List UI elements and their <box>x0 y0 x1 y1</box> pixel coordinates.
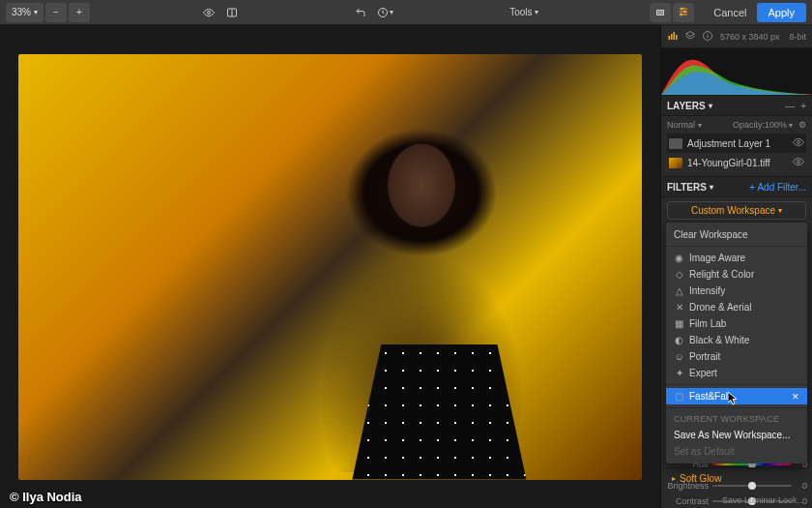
menu-item-relight-color[interactable]: ◇Relight & Color <box>666 266 807 283</box>
visibility-eye-icon[interactable] <box>793 156 804 169</box>
svg-point-0 <box>207 11 210 14</box>
layers-panel-header: LAYERS ▾ — + <box>661 95 812 116</box>
chevron-down-icon: ▾ <box>710 183 713 192</box>
svg-point-9 <box>682 8 683 10</box>
svg-point-10 <box>684 11 686 13</box>
zoom-in-button[interactable]: + <box>69 3 90 22</box>
svg-rect-13 <box>671 34 673 40</box>
svg-point-20 <box>798 141 800 144</box>
workspace-selector[interactable]: Custom Workspace ▾ <box>667 201 806 220</box>
opacity-control[interactable]: Opacity:100% ▾ ⚙ <box>733 120 806 130</box>
layer-row[interactable]: 14-YoungGirl-01.tiff <box>667 153 806 172</box>
svg-point-21 <box>798 161 800 164</box>
cancel-button[interactable]: Cancel <box>706 7 754 18</box>
history-button[interactable]: ▾ <box>373 3 397 22</box>
layers-collapse-icon[interactable]: — <box>785 101 795 111</box>
contrast-icon: ◐ <box>674 335 684 345</box>
layer-name: Adjustment Layer 1 <box>687 138 770 149</box>
filters-panel-body: Custom Workspace ▾ Clear Workspace ◉Imag… <box>661 197 812 508</box>
menu-item-save-as-workspace[interactable]: Save As New Workspace... <box>666 427 807 443</box>
layers-tab-icon[interactable] <box>684 30 696 44</box>
canvas-area[interactable]: © Ilya Nodia <box>0 25 660 508</box>
menu-item-image-aware[interactable]: ◉Image Aware <box>666 250 807 266</box>
filter-soft-glow[interactable]: ▸ Soft Glow <box>666 467 807 489</box>
portrait-icon: ☺ <box>674 351 684 362</box>
save-look-hint[interactable]: Save Luminar Look... <box>722 495 804 505</box>
info-tab-icon[interactable] <box>702 30 713 44</box>
image-credit: © Ilya Nodia <box>10 490 82 504</box>
add-filter-button[interactable]: + Add Filter... <box>749 182 806 193</box>
chevron-down-icon: ▾ <box>778 206 782 215</box>
undo-button[interactable] <box>350 3 371 22</box>
layers-title[interactable]: LAYERS ▾ <box>667 101 712 111</box>
menu-item-black-white[interactable]: ◐Black & White <box>666 332 807 348</box>
preview-image <box>18 54 642 480</box>
tools-dropdown[interactable]: Tools ▾ <box>506 3 541 22</box>
menu-heading-current-workspace: CURRENT WORKSPACE <box>666 411 807 427</box>
app-root: 33% ▾ − + ▾ T <box>0 0 812 508</box>
menu-item-intensify[interactable]: △Intensify <box>666 283 807 299</box>
workspace-dropdown: Clear Workspace ◉Image Aware ◇Relight & … <box>666 223 807 463</box>
histogram[interactable] <box>661 48 812 95</box>
drop-icon: ◇ <box>674 269 684 280</box>
histogram-tab-icon[interactable] <box>667 30 679 44</box>
drone-icon: ✕ <box>674 302 684 313</box>
chevron-right-icon: ▸ <box>672 474 676 483</box>
window-icon: ▢ <box>674 391 684 402</box>
gear-icon[interactable]: ⚙ <box>798 120 806 130</box>
close-icon[interactable]: ✕ <box>792 392 799 402</box>
zoom-value: 33% <box>12 7 31 17</box>
zoom-out-button[interactable]: − <box>45 3 67 22</box>
image-dimensions: 5760 x 3840 px <box>720 32 780 42</box>
svg-marker-16 <box>686 31 695 36</box>
top-toolbar: 33% ▾ − + ▾ T <box>0 0 812 25</box>
expert-icon: ✦ <box>674 368 684 378</box>
adjust-panel-icon[interactable] <box>673 3 694 22</box>
svg-point-11 <box>681 14 682 15</box>
menu-item-expert[interactable]: ✦Expert <box>666 365 807 381</box>
menu-item-drone-aerial[interactable]: ✕Drone & Aerial <box>666 299 807 315</box>
compare-eye-icon[interactable] <box>198 3 219 22</box>
layer-name: 14-YoungGirl-01.tiff <box>687 158 770 168</box>
before-after-icon[interactable] <box>221 3 243 22</box>
menu-item-fast-fab[interactable]: ▢ Fast&Fab ✕ <box>666 388 807 404</box>
menu-item-set-default: Set as Default <box>666 443 807 460</box>
svg-rect-15 <box>676 35 678 40</box>
chevron-down-icon: ▾ <box>709 102 712 110</box>
svg-rect-14 <box>674 32 676 40</box>
layer-row[interactable]: Adjustment Layer 1 <box>667 134 806 153</box>
layer-thumb-icon <box>669 158 682 168</box>
crop-icon[interactable] <box>650 3 671 22</box>
main-area: © Ilya Nodia 5760 x 3840 px 8-bit <box>0 25 812 508</box>
right-sidebar: 5760 x 3840 px 8-bit LAYERS ▾ — + <box>660 25 812 508</box>
layers-panel-body: Normal ▾ Opacity:100% ▾ ⚙ Adjustment Lay… <box>661 116 812 176</box>
menu-item-portrait[interactable]: ☺Portrait <box>666 348 807 365</box>
filters-title[interactable]: FILTERS ▾ <box>667 182 713 193</box>
svg-rect-12 <box>669 36 671 40</box>
menu-item-clear-workspace[interactable]: Clear Workspace <box>666 226 807 243</box>
chevron-down-icon: ▾ <box>34 8 38 16</box>
layers-add-icon[interactable]: + <box>800 101 806 111</box>
svg-point-19 <box>708 33 709 34</box>
svg-rect-5 <box>658 12 662 14</box>
image-bitdepth: 8-bit <box>789 32 806 42</box>
layer-thumb-icon <box>669 138 682 149</box>
filters-panel-header: FILTERS ▾ + Add Filter... <box>661 176 812 197</box>
slider-track[interactable] <box>712 463 792 465</box>
sidebar-tabs: 5760 x 3840 px 8-bit <box>661 25 812 48</box>
menu-item-film-lab[interactable]: ▦Film Lab <box>666 315 807 332</box>
zoom-dropdown[interactable]: 33% ▾ <box>6 3 44 22</box>
film-icon: ▦ <box>674 318 684 329</box>
visibility-eye-icon[interactable] <box>793 136 804 150</box>
eye-icon: ◉ <box>674 253 684 263</box>
triangle-icon: △ <box>674 285 684 296</box>
apply-button[interactable]: Apply <box>757 3 807 22</box>
blend-mode-dropdown[interactable]: Normal ▾ <box>667 120 702 130</box>
